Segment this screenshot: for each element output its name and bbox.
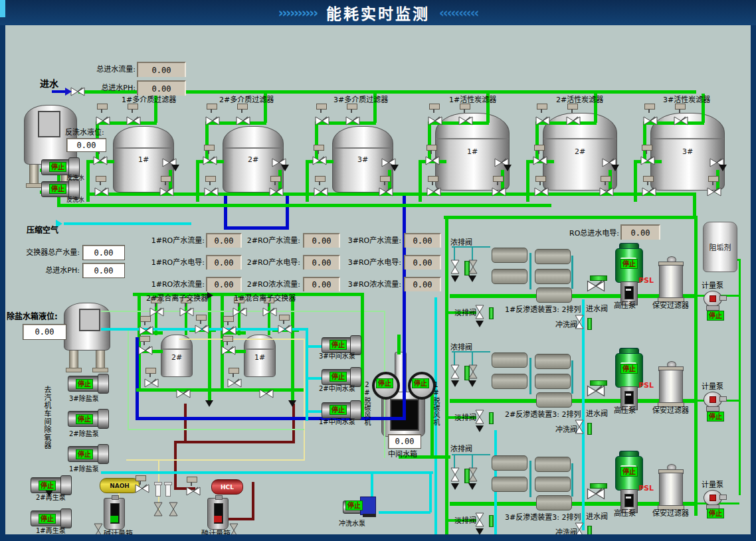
stop-button[interactable]: 停止 — [412, 378, 429, 388]
valve-icon[interactable] — [492, 187, 506, 197]
pipe-segment — [179, 339, 305, 340]
dosing-pump-label: 计量泵 — [702, 382, 723, 391]
stop-button[interactable]: 停止 — [330, 405, 347, 415]
valve-icon[interactable] — [468, 364, 478, 379]
pipe-segment — [128, 429, 304, 430]
pipe-segment — [444, 216, 696, 219]
valve-icon[interactable] — [221, 345, 236, 356]
valve-icon[interactable] — [139, 325, 153, 336]
valve-icon[interactable] — [379, 187, 393, 197]
valve-icon[interactable] — [640, 155, 655, 166]
ro-cond-value: 0.00 — [620, 224, 660, 240]
valve-icon[interactable] — [149, 307, 164, 317]
valve-icon[interactable] — [236, 116, 250, 126]
ro-reading-label: 1#RO产水电导: — [146, 258, 205, 267]
perm-valve-label: 淡排阀 — [454, 516, 476, 525]
valve-icon[interactable] — [642, 187, 656, 197]
stop-button[interactable]: 停止 — [330, 340, 347, 350]
stop-button[interactable]: 停止 — [620, 467, 638, 477]
valve-icon[interactable] — [176, 388, 191, 399]
ro-reading-value: 0.00 — [206, 277, 242, 291]
sensor-icon — [229, 368, 239, 374]
ro-reading-label: 3#RO浓水流量: — [343, 280, 401, 289]
stop-button[interactable]: 停止 — [707, 508, 724, 518]
valve-icon[interactable] — [195, 324, 209, 335]
valve-icon[interactable] — [233, 307, 247, 317]
valve-icon[interactable] — [458, 116, 473, 126]
valve-icon[interactable] — [205, 116, 220, 126]
stop-button[interactable]: 停止 — [345, 501, 363, 510]
valve-icon[interactable] — [599, 187, 614, 197]
exchanger-vessel[interactable]: 2# — [161, 335, 193, 377]
valve-icon[interactable] — [314, 187, 328, 197]
pipe-segment — [403, 193, 406, 420]
stop-button[interactable]: 停止 — [49, 162, 66, 172]
stop-button[interactable]: 停止 — [76, 379, 93, 389]
stop-button[interactable]: 停止 — [76, 449, 93, 459]
stop-button[interactable]: 停止 — [330, 372, 347, 382]
valve-icon[interactable] — [222, 325, 236, 336]
inlet-valve-icon[interactable] — [587, 384, 605, 398]
dosing-pump[interactable] — [704, 489, 726, 510]
dosing-pump[interactable] — [704, 390, 726, 412]
dosing-pump[interactable] — [704, 289, 726, 311]
valve-icon[interactable] — [450, 364, 460, 379]
stop-button[interactable]: 停止 — [620, 364, 638, 374]
valve-icon[interactable] — [428, 116, 442, 126]
stop-button[interactable]: 停止 — [620, 259, 638, 269]
inlet-valve-icon[interactable] — [587, 279, 605, 293]
valve-icon[interactable] — [94, 187, 109, 197]
valve-icon[interactable] — [179, 307, 194, 317]
pipe-segment — [224, 226, 289, 230]
valve-icon[interactable] — [144, 378, 159, 388]
valve-icon[interactable] — [278, 324, 292, 335]
stop-button[interactable]: 停止 — [707, 412, 724, 422]
valve-icon[interactable] — [450, 260, 460, 274]
valve-icon[interactable] — [93, 155, 108, 166]
valve-icon[interactable] — [227, 378, 242, 388]
valve-icon[interactable] — [269, 187, 284, 197]
valve-icon[interactable] — [186, 486, 201, 497]
valve-icon[interactable] — [312, 155, 327, 166]
flow-arrow-icon — [719, 165, 727, 175]
exchanger-label: 2#混合离子交换器 — [146, 294, 208, 303]
valve-icon[interactable] — [159, 187, 174, 197]
valve-icon[interactable] — [425, 155, 440, 166]
dosing-pump-label: 计量泵 — [702, 281, 723, 290]
exchanger-vessel[interactable]: 1# — [244, 335, 276, 377]
valve-icon[interactable] — [138, 345, 153, 356]
valve-icon[interactable] — [262, 307, 277, 317]
valve-icon[interactable] — [126, 116, 141, 126]
valve-icon[interactable] — [534, 187, 549, 197]
stop-button[interactable]: 停止 — [49, 184, 66, 194]
valve-icon[interactable] — [566, 116, 581, 126]
valve-icon[interactable] — [135, 483, 149, 494]
valve-icon[interactable] — [168, 502, 179, 516]
valve-icon[interactable] — [468, 260, 478, 274]
valve-icon[interactable] — [707, 187, 721, 197]
stop-button[interactable]: 停止 — [39, 514, 56, 524]
valve-icon[interactable] — [426, 187, 441, 197]
valve-icon[interactable] — [345, 116, 360, 126]
valve-icon[interactable] — [96, 116, 110, 126]
stop-button[interactable]: 停止 — [39, 481, 56, 491]
valve-icon[interactable] — [204, 187, 219, 197]
valve-icon[interactable] — [259, 388, 274, 399]
frame-right — [751, 25, 756, 541]
pipe-segment — [452, 454, 490, 455]
valve-icon[interactable] — [643, 116, 658, 126]
stop-button[interactable]: 停止 — [376, 378, 393, 388]
valve-icon[interactable] — [674, 116, 688, 126]
valve-icon[interactable] — [203, 155, 217, 166]
valve-icon[interactable] — [468, 467, 478, 482]
membrane-vessel — [535, 477, 571, 492]
inlet-valve-icon[interactable] — [587, 487, 605, 501]
stop-button[interactable]: 停止 — [76, 414, 93, 424]
valve-icon[interactable] — [533, 155, 547, 166]
valve-icon[interactable] — [535, 116, 550, 126]
valve-icon[interactable] — [450, 467, 460, 482]
valve-icon[interactable] — [315, 116, 330, 126]
sensor-icon — [207, 104, 217, 110]
stop-button[interactable]: 停止 — [707, 311, 724, 321]
valve-icon[interactable] — [153, 502, 163, 516]
